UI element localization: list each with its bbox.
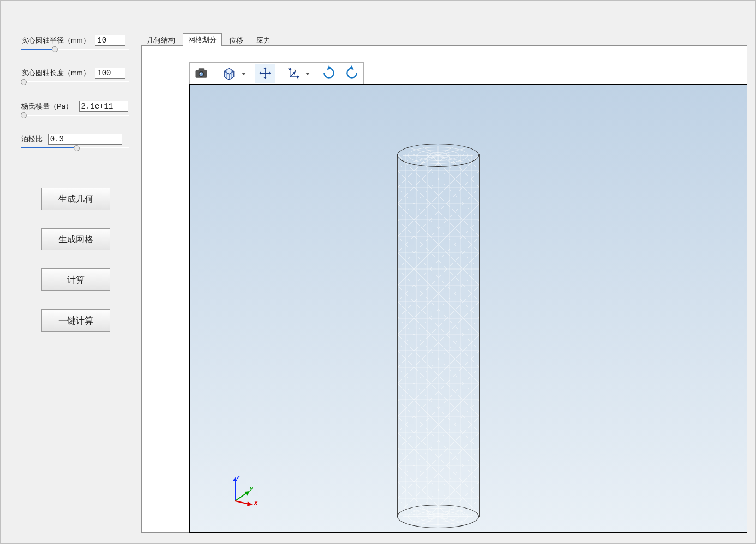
- param-radius-slider[interactable]: [21, 45, 129, 53]
- tab-displacement[interactable]: 位移: [224, 34, 249, 46]
- param-young-label: 杨氏模量（Pa）: [21, 101, 73, 111]
- param-poisson-input[interactable]: 0.3: [48, 134, 122, 145]
- pan-button[interactable]: [255, 64, 275, 83]
- slider-thumb[interactable]: [21, 79, 27, 85]
- param-young-row: 杨氏模量（Pa） 2.1e+11: [21, 101, 130, 112]
- tab-stress[interactable]: 应力: [251, 34, 276, 46]
- orient-axes-button[interactable]: z y x: [283, 64, 303, 83]
- generate-geometry-button[interactable]: 生成几何: [41, 188, 110, 210]
- camera-icon: [194, 65, 209, 82]
- slider-thumb[interactable]: [74, 145, 80, 151]
- compute-button[interactable]: 计算: [41, 268, 110, 291]
- svg-point-3: [200, 72, 203, 76]
- param-young-input[interactable]: 2.1e+11: [79, 101, 128, 112]
- slider-thumb[interactable]: [21, 112, 27, 118]
- snapshot-button[interactable]: [191, 64, 212, 83]
- axes-icon: z y x: [285, 65, 301, 82]
- axis-label-z: z: [237, 474, 240, 480]
- rotate-ccw-icon: [344, 65, 359, 82]
- cube-icon: [221, 65, 237, 82]
- main-area: 几何结构 网格划分 位移 应力: [141, 33, 747, 533]
- cylinder-bottom-cap: [397, 505, 479, 528]
- tab-geometry[interactable]: 几何结构: [141, 34, 181, 46]
- param-length-label: 实心圆轴长度（mm）: [21, 68, 90, 78]
- move-icon: [257, 65, 273, 82]
- rotate-cw-icon: [321, 65, 337, 82]
- tab-body: z y x: [141, 45, 747, 533]
- tab-bar: 几何结构 网格划分 位移 应力: [141, 33, 747, 45]
- viewport-toolbar: z y x: [189, 62, 364, 85]
- top-cap-mesh: [398, 144, 478, 166]
- cylinder-mesh: [397, 145, 479, 527]
- rotate-cw-button[interactable]: [319, 64, 339, 83]
- axis-triad: [225, 475, 258, 507]
- param-poisson-slider[interactable]: [21, 144, 129, 152]
- axis-label-x: x: [254, 499, 257, 506]
- svg-text:y: y: [295, 67, 297, 71]
- generate-mesh-button[interactable]: 生成网格: [41, 228, 110, 250]
- axis-label-y: y: [250, 485, 253, 491]
- render-style-dropdown[interactable]: [241, 64, 247, 83]
- bottom-cap-mesh: [398, 505, 478, 528]
- mesh-wireframe: [398, 154, 479, 517]
- param-length-slider[interactable]: [21, 78, 129, 86]
- param-radius-row: 实心圆轴半径（mm） 10: [21, 35, 130, 46]
- svg-text:z: z: [287, 66, 289, 70]
- svg-rect-1: [199, 68, 205, 71]
- param-poisson-row: 泊松比 0.3: [21, 134, 130, 145]
- app-window: 实心圆轴半径（mm） 10 实心圆轴长度（mm） 100 杨氏模量（Pa） 2.…: [0, 0, 756, 544]
- left-panel: 实心圆轴半径（mm） 10 实心圆轴长度（mm） 100 杨氏模量（Pa） 2.…: [1, 1, 141, 543]
- svg-text:x: x: [297, 77, 299, 81]
- cylinder-body: [397, 154, 480, 517]
- svg-line-13: [235, 501, 249, 504]
- param-length-row: 实心圆轴长度（mm） 100: [21, 68, 130, 79]
- slider-thumb[interactable]: [52, 46, 58, 52]
- viewport-3d[interactable]: z y x: [189, 84, 747, 533]
- one-click-compute-button[interactable]: 一键计算: [41, 309, 110, 332]
- cylinder-top-cap: [397, 144, 479, 167]
- param-young-slider[interactable]: [21, 111, 129, 119]
- param-length-input[interactable]: 100: [95, 68, 125, 79]
- svg-point-4: [200, 73, 201, 74]
- tab-mesh[interactable]: 网格划分: [183, 33, 222, 46]
- orient-axes-dropdown[interactable]: [304, 64, 311, 83]
- render-style-button[interactable]: [219, 64, 239, 83]
- param-radius-input[interactable]: 10: [95, 35, 125, 46]
- rotate-ccw-button[interactable]: [341, 64, 362, 83]
- param-radius-label: 实心圆轴半径（mm）: [21, 35, 90, 45]
- svg-line-12: [235, 493, 247, 501]
- param-poisson-label: 泊松比: [21, 134, 43, 144]
